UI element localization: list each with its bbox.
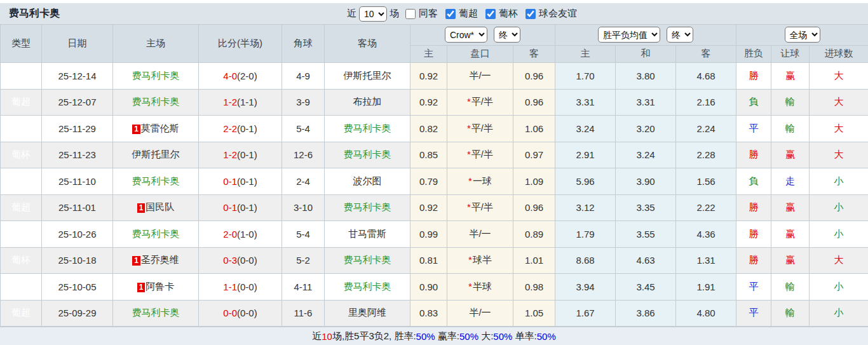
home-odds-cell: 0.92 [410, 194, 447, 221]
score-cell: 0-1(0-1) [199, 168, 282, 195]
europe-time-select[interactable]: 终 [667, 27, 693, 43]
away-team-cell: 里奥阿维 [325, 300, 410, 327]
handicap-cell: 半/一 [447, 221, 513, 248]
handicap-star: * [468, 175, 472, 186]
handicap-text: 半球 [473, 281, 492, 292]
summary-segment: 50% [493, 331, 512, 342]
handicap-cell: *一球 [447, 168, 513, 195]
date-cell: 25-11-23 [42, 142, 113, 168]
team-name: 费马利卡奥 [132, 96, 180, 107]
handicap-cell: *平/半 [447, 89, 513, 116]
handicap-result-cell: 赢 [771, 142, 810, 168]
friendly-label[interactable]: 球会友谊 [539, 8, 577, 20]
goals-cell: 小 [810, 194, 868, 221]
team-name: 费马利卡奥 [132, 70, 180, 81]
team-name: 费马利卡奥 [344, 254, 391, 265]
eu-away-odds-cell: 4.68 [676, 63, 736, 90]
away-odds-cell: 0.97 [513, 142, 555, 168]
match-row: 葡杯25-10-181圣乔奥维0-3(0-0)5-2费马利卡奥0.81*球半1.… [1, 247, 868, 274]
friendly-checkbox[interactable] [526, 9, 536, 19]
eu-draw-odds-cell: 3.90 [616, 168, 676, 195]
handicap-star: * [467, 96, 471, 107]
goals-cell: 大 [810, 142, 868, 168]
handicap-cell: 半/一 [447, 300, 513, 327]
eu-home-odds-cell: 8.68 [555, 247, 616, 274]
halftime-score: (0-1) [237, 176, 257, 187]
eu-away-odds-cell: 1.91 [676, 274, 736, 301]
score-cell: 1-1(0-0) [199, 274, 282, 301]
match-history-panel: 费马利卡奥 近 10 场 同客 葡超 葡杯 球会友谊 类型 [0, 0, 868, 345]
result-cell: 平 [736, 300, 771, 327]
recent-count-select[interactable]: 10 [359, 6, 387, 22]
competition-cell: 葡超 [1, 63, 42, 90]
result-cell: 負 [736, 168, 771, 195]
away-odds-cell: 0.98 [513, 274, 555, 301]
result-group-header: 全场 [736, 25, 868, 46]
match-history-table: 类型 日期 主场 比分(半场) 角球 客场 Crow* 终 胜平负均值 终 全场 [0, 24, 868, 327]
home-team-cell: 1阿鲁卡 [113, 274, 199, 301]
same-venue-label[interactable]: 同客 [419, 8, 438, 20]
subcol-handicap-result: 让球 [771, 45, 810, 62]
asia-time-select[interactable]: 终 [494, 27, 520, 43]
eu-away-odds-cell: 2.28 [676, 142, 736, 168]
filter-controls: 近 10 场 同客 葡超 葡杯 球会友谊 [347, 6, 578, 22]
date-cell: 25-12-07 [42, 89, 113, 116]
handicap-text: 球半 [473, 254, 492, 265]
summary-segment: 近 [312, 330, 322, 342]
cup-label[interactable]: 葡杯 [499, 8, 518, 20]
team-name: 费马利卡奥 [344, 201, 391, 212]
handicap-text: 平/半 [471, 149, 493, 159]
halftime-score: (0-0) [237, 281, 257, 292]
eu-home-odds-cell: 3.12 [555, 194, 616, 221]
team-title: 费马利卡奥 [9, 7, 60, 20]
date-cell: 25-12-14 [42, 63, 113, 90]
subcol-asia-home: 主 [410, 45, 447, 62]
date-cell: 25-10-26 [42, 221, 113, 248]
eu-home-odds-cell: 1.70 [555, 63, 616, 90]
home-team-cell: 费马利卡奥 [113, 221, 199, 248]
date-cell: 25-10-05 [42, 274, 113, 301]
rank-badge: 1 [132, 256, 140, 266]
period-select[interactable]: 全场 [785, 27, 820, 43]
eu-away-odds-cell: 1.56 [676, 168, 736, 195]
eu-away-odds-cell: 2.24 [676, 116, 736, 142]
rank-badge: 1 [137, 283, 146, 292]
away-team-cell: 伊斯托里尔 [325, 63, 410, 90]
handicap-text: 半/一 [469, 307, 491, 318]
result-cell: 勝 [736, 194, 771, 221]
halftime-score: (1-1) [237, 97, 257, 107]
league-label[interactable]: 葡超 [459, 8, 478, 20]
score-cell: 2-2(0-1) [199, 116, 282, 142]
handicap-star: * [467, 123, 471, 133]
corner-cell: 5-4 [282, 221, 325, 248]
team-name: 波尔图 [353, 175, 382, 186]
bookmaker-select[interactable]: Crow* [445, 27, 487, 43]
recent-label: 近 [347, 8, 356, 20]
home-team-cell: 1莫雷伦斯 [113, 116, 199, 142]
away-odds-cell: 0.96 [513, 89, 555, 116]
team-name: 里奥阿维 [348, 307, 386, 318]
team-name: 伊斯托里尔 [344, 70, 391, 81]
goals-cell: 大 [810, 247, 868, 274]
same-venue-checkbox[interactable] [405, 9, 416, 19]
goals-cell: 小 [810, 300, 868, 327]
europe-odds-select[interactable]: 胜平负均值 [598, 27, 660, 43]
goals-cell: 大 [810, 116, 868, 142]
handicap-text: 平/半 [471, 201, 493, 212]
match-row: 葡超25-12-07费马利卡奥1-2(1-1)3-9布拉加0.92*平/半0.9… [1, 89, 868, 116]
corner-cell: 3-9 [282, 89, 325, 116]
home-team-cell: 费马利卡奥 [113, 63, 199, 90]
col-header-score: 比分(半场) [199, 25, 282, 63]
summary-segment: 赢率: [435, 330, 459, 342]
result-cell: 平 [736, 274, 771, 301]
eu-draw-odds-cell: 3.31 [616, 89, 676, 116]
match-row: 葡超25-09-29费马利卡奥0-0(0-0)11-6里奥阿维0.83半/一1.… [1, 300, 868, 327]
cup-checkbox[interactable] [485, 9, 496, 19]
score-cell: 0-0(0-0) [199, 300, 282, 327]
match-row: 葡超25-11-10费马利卡奥0-1(0-1)2-4波尔图0.79*一球1.09… [1, 168, 868, 195]
handicap-text: 半/一 [469, 70, 491, 81]
match-row: 葡超25-10-26费马利卡奥2-0(1-0)5-4甘马雷斯0.99半/一0.8… [1, 221, 868, 248]
away-team-cell: 费马利卡奥 [325, 274, 410, 301]
match-row: 葡超25-11-011国民队0-1(0-1)3-10费马利卡奥0.92*平/半0… [1, 194, 868, 221]
league-checkbox[interactable] [445, 9, 456, 19]
